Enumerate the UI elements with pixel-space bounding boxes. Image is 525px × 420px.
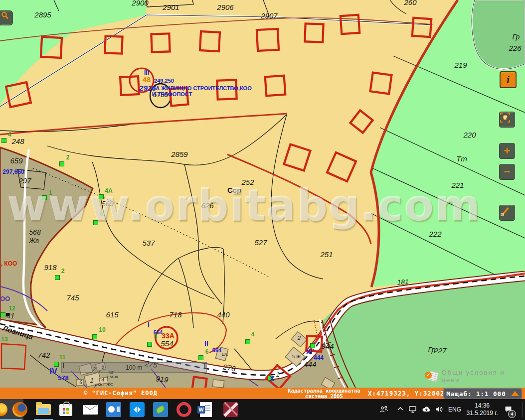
windows-taskbar: ENG 14:36 31.5.2019 г. 4 — [0, 399, 525, 420]
word-icon[interactable] — [200, 402, 212, 417]
chevron-up-icon[interactable] — [396, 405, 404, 414]
media-player-icon[interactable] — [223, 402, 238, 417]
terms-icon: ✓ — [425, 371, 438, 382]
check-icon: ✓ — [425, 372, 432, 379]
map-scalebar: 100 m — [61, 362, 207, 373]
coordinate-system-line2: система 2005 — [269, 394, 379, 399]
network-icon[interactable] — [408, 405, 417, 416]
info-icon: i — [507, 75, 510, 85]
scale-label: Мащаб: 1:1 000 — [446, 390, 506, 398]
language-indicator[interactable]: ENG — [448, 406, 461, 413]
date-text: 31.5.2019 г. — [464, 410, 500, 417]
clock[interactable]: 14:36 31.5.2019 г. — [464, 402, 500, 417]
onedrive-cloud-icon[interactable] — [421, 405, 431, 415]
volume-icon[interactable] — [434, 405, 443, 416]
photos-icon[interactable] — [106, 402, 121, 417]
minus-icon: − — [504, 166, 511, 177]
chevron-up-icon — [511, 391, 519, 396]
coordinate-system-text: Кадастрална координатна система 2005 — [269, 388, 379, 399]
cursor-coordinates: X:4719323, Y:328024 — [368, 390, 449, 397]
copyright-text: © "ГИС-София" ЕООД — [84, 390, 158, 397]
system-tray: ENG 14:36 31.5.2019 г. — [375, 399, 525, 420]
map-graphics — [0, 0, 525, 388]
full-extent-button[interactable] — [499, 112, 515, 128]
status-bar: © "ГИС-София" ЕООД Кадастрална координат… — [0, 388, 525, 399]
terms-label: Общи условия и цени — [442, 369, 525, 384]
opera-icon[interactable] — [176, 402, 191, 417]
nature-app-icon[interactable] — [153, 402, 168, 417]
info-button[interactable]: i — [500, 71, 517, 88]
terms-link[interactable]: ✓ Общи условия и цени — [425, 369, 525, 384]
scalebar-label: 100 m — [126, 364, 142, 371]
measure-pencil-icon — [500, 205, 511, 216]
taskbar-apps — [0, 399, 259, 420]
zoom-in-button[interactable]: + — [499, 143, 515, 159]
time-text: 14:36 — [464, 402, 500, 410]
teamviewer-icon[interactable] — [130, 402, 145, 417]
notification-badge: 4 — [508, 410, 516, 418]
search-button[interactable] — [0, 10, 13, 25]
scale-selector[interactable]: Мащаб: 1:1 000 — [443, 388, 522, 399]
file-explorer-icon[interactable] — [36, 404, 51, 415]
show-desktop-divider[interactable] — [523, 402, 523, 417]
firefox-icon[interactable] — [12, 402, 27, 417]
plus-icon: + — [504, 145, 511, 156]
zoom-out-button[interactable]: − — [499, 164, 515, 180]
measure-button[interactable] — [499, 205, 515, 221]
gis-application-window: 28952900290129062907260248659297297,6602… — [0, 0, 525, 420]
mail-icon[interactable] — [83, 405, 98, 415]
map-canvas[interactable]: 28952900290129062907260248659297297,6602… — [0, 0, 525, 388]
search-icon — [0, 11, 9, 20]
microsoft-store-icon[interactable] — [59, 404, 72, 416]
people-icon[interactable] — [379, 405, 388, 416]
full-extent-icon — [500, 112, 511, 123]
